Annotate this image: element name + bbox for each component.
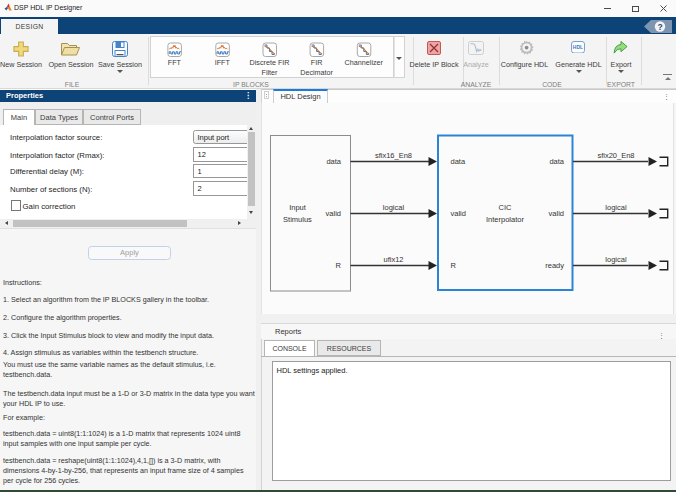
- svg-text:data: data: [549, 157, 564, 166]
- svg-text:R: R: [451, 261, 457, 270]
- svg-text:Channelizer: Channelizer: [345, 58, 384, 67]
- svg-text:valid: valid: [326, 209, 341, 218]
- svg-text:data: data: [326, 157, 341, 166]
- svg-text:R: R: [336, 261, 342, 270]
- svg-text:Input: Input: [289, 203, 307, 212]
- svg-text:logical: logical: [383, 203, 405, 212]
- svg-text:Decimator: Decimator: [300, 68, 333, 77]
- svg-text:Discrete FIR: Discrete FIR: [250, 58, 290, 67]
- svg-text:Filter: Filter: [262, 68, 279, 77]
- svg-text:logical: logical: [605, 255, 627, 264]
- svg-text:HDL: HDL: [573, 44, 583, 50]
- svg-text:data: data: [451, 157, 466, 166]
- svg-text:sfix16_En8: sfix16_En8: [375, 151, 412, 160]
- svg-text:Interpolator: Interpolator: [486, 215, 524, 224]
- svg-text:FIR: FIR: [311, 58, 323, 67]
- svg-text:Stimulus: Stimulus: [283, 215, 312, 224]
- svg-text:CIC: CIC: [499, 203, 513, 212]
- svg-text:sfix20_En8: sfix20_En8: [597, 151, 634, 160]
- svg-text:?: ?: [657, 21, 662, 31]
- svg-text:valid: valid: [451, 209, 466, 218]
- svg-text:ready: ready: [545, 261, 564, 270]
- svg-text:FFT: FFT: [168, 58, 182, 67]
- svg-text:IFFT: IFFT: [215, 58, 231, 67]
- svg-text:ufix12: ufix12: [383, 255, 403, 264]
- svg-text:logical: logical: [605, 203, 627, 212]
- svg-text:valid: valid: [549, 209, 564, 218]
